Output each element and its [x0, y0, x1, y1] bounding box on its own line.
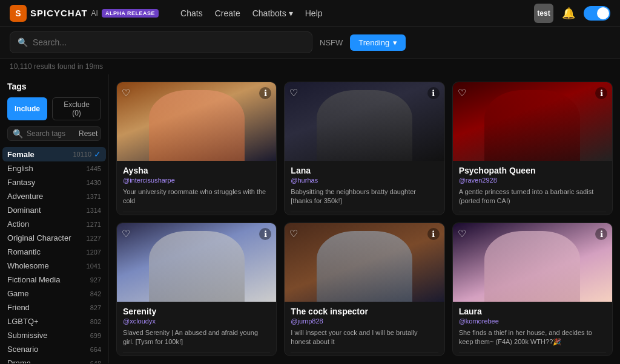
tag-name: Fantasy: [7, 178, 35, 187]
tag-name: Female: [7, 150, 35, 159]
card-description: I will inspect your cock and I will be b…: [291, 328, 438, 348]
tag-count: 1430: [87, 179, 101, 186]
sidebar-tag-lgbtq+[interactable]: LGBTQ+ 802: [7, 314, 101, 328]
card-description: A gentle princess turned into a barbaric…: [459, 187, 606, 207]
card-body: Psychopath Queen @raven2928 A gentle pri…: [453, 161, 612, 215]
user-avatar[interactable]: test: [534, 4, 553, 23]
tag-name: Scenario: [7, 345, 38, 354]
heart-button[interactable]: ♡: [458, 87, 466, 99]
top-navigation: S SPICYCHAT AI ALPHA RELEASE Chats Creat…: [0, 0, 620, 27]
card-body: Aysha @intercisusharpe Your university r…: [117, 161, 276, 215]
heart-button[interactable]: ♡: [122, 228, 130, 239]
card-serenity[interactable]: ♡ ℹ Serenity @xcloudyx Slaved Serenity |…: [116, 223, 277, 356]
card-the-cock-inspector[interactable]: ♡ ℹ The cock inspector @jump828 I will i…: [284, 223, 444, 356]
character-shape: [149, 231, 245, 302]
heart-button[interactable]: ♡: [289, 87, 298, 99]
trending-button[interactable]: Trending ▾: [350, 34, 406, 51]
reset-link[interactable]: Reset: [79, 129, 97, 138]
card-footer: ✉ 195.8k 👤 83% ⋮: [123, 212, 270, 215]
tag-count: 664: [90, 346, 101, 353]
card-footer: ✉ 206.3k 👤 76% ⋮: [459, 212, 606, 215]
main-layout: Tags Include Exclude (0) 🔍 Reset Female …: [0, 74, 620, 363]
nav-help[interactable]: Help: [305, 8, 323, 18]
include-button[interactable]: Include: [7, 97, 47, 120]
sidebar-tag-female[interactable]: Female 10110 ✓: [2, 147, 106, 161]
card-description: She finds a thief in her house, and deci…: [459, 328, 606, 348]
card-footer: ✉ 483.4k 👤 61% ⋮: [291, 212, 438, 215]
card-author: @xcloudyx: [123, 317, 270, 325]
search-tags-input[interactable]: [27, 129, 75, 138]
nav-chatbots[interactable]: Chatbots ▾: [252, 8, 293, 18]
sidebar-tag-romantic[interactable]: Romantic 1207: [7, 245, 101, 259]
card-footer: ✉ 40.4k 👤 48% ⋮: [291, 353, 438, 356]
nav-links: Chats Create Chatbots ▾ Help: [180, 8, 322, 18]
card-author: @jump828: [291, 317, 438, 325]
card-description: Babysitting the neighbours bratty daught…: [291, 187, 438, 207]
tag-count: 927: [90, 276, 101, 284]
sidebar-tag-fantasy[interactable]: Fantasy 1430: [7, 175, 101, 189]
logo-text: SPICYCHAT: [30, 8, 88, 18]
bell-icon[interactable]: 🔔: [562, 7, 575, 20]
sidebar-tag-drama[interactable]: Drama 648: [7, 356, 101, 363]
sidebar-tag-adventure[interactable]: Adventure 1371: [7, 189, 101, 203]
info-button[interactable]: ℹ: [427, 228, 440, 240]
nav-right: test 🔔: [534, 4, 610, 23]
info-button[interactable]: ℹ: [595, 87, 607, 99]
character-shape: [149, 90, 245, 161]
tag-count: 1207: [87, 249, 101, 256]
alpha-badge: ALPHA RELEASE: [102, 9, 159, 18]
heart-button[interactable]: ♡: [458, 228, 466, 239]
card-author: @hurhas: [291, 177, 438, 184]
card-image: ♡ ℹ: [453, 223, 612, 302]
heart-button[interactable]: ♡: [122, 87, 130, 99]
tag-count: 1445: [87, 165, 101, 172]
tag-name: LGBTQ+: [7, 317, 39, 326]
sidebar-tag-submissive[interactable]: Submissive 699: [7, 328, 101, 342]
logo-area: S SPICYCHAT AI ALPHA RELEASE: [10, 5, 159, 22]
card-psychopath-queen[interactable]: ♡ ℹ Psychopath Queen @raven2928 A gentle…: [452, 82, 613, 215]
heart-button[interactable]: ♡: [289, 228, 298, 239]
sidebar-tag-english[interactable]: English 1445: [7, 161, 101, 175]
character-shape: [317, 231, 412, 302]
nsfw-toggle[interactable]: [584, 6, 610, 21]
character-shape: [484, 231, 580, 302]
searchbar-row: 🔍 NSFW Trending ▾: [0, 27, 620, 59]
sidebar-tag-scenario[interactable]: Scenario 664: [7, 342, 101, 356]
sidebar-tag-game[interactable]: Game 842: [7, 287, 101, 301]
nav-create[interactable]: Create: [215, 8, 240, 18]
sidebar-tag-friend[interactable]: Friend 827: [7, 301, 101, 314]
search-input[interactable]: [33, 37, 305, 47]
check-icon: ✓: [94, 149, 101, 159]
character-shape: [484, 90, 580, 161]
sidebar-tag-original-character[interactable]: Original Character 1227: [7, 231, 101, 245]
card-body: Lana @hurhas Babysitting the neighbours …: [285, 161, 444, 215]
sidebar-tag-wholesome[interactable]: Wholesome 1041: [7, 259, 101, 273]
tags-list: Female 10110 ✓ English 1445 Fantasy 1430…: [7, 147, 101, 363]
card-lana[interactable]: ♡ ℹ Lana @hurhas Babysitting the neighbo…: [284, 82, 444, 215]
info-button[interactable]: ℹ: [595, 228, 607, 240]
tag-count: 1271: [87, 221, 101, 228]
results-info: 10,110 results found in 19ms: [0, 59, 620, 74]
tag-count: 648: [90, 360, 101, 364]
sidebar-tag-fictional-media[interactable]: Fictional Media 927: [7, 273, 101, 287]
nav-chats[interactable]: Chats: [180, 8, 203, 18]
tag-count: 1041: [87, 262, 101, 270]
tag-count: 1314: [87, 207, 101, 214]
info-button[interactable]: ℹ: [259, 228, 271, 240]
info-button[interactable]: ℹ: [259, 87, 271, 99]
tag-name: Dominant: [7, 206, 41, 215]
exclude-button[interactable]: Exclude (0): [52, 97, 101, 120]
tag-count: 1371: [87, 193, 101, 200]
card-laura[interactable]: ♡ ℹ Laura @komorebee She finds a thief i…: [452, 223, 613, 356]
trending-label: Trending: [358, 38, 389, 47]
ai-label: AI: [91, 9, 98, 18]
card-body: Laura @komorebee She finds a thief in he…: [453, 302, 612, 356]
search-input-wrap: 🔍: [10, 31, 312, 53]
sidebar-tag-action[interactable]: Action 1271: [7, 217, 101, 231]
info-button[interactable]: ℹ: [427, 87, 440, 99]
sidebar-tag-dominant[interactable]: Dominant 1314: [7, 203, 101, 217]
card-aysha[interactable]: ♡ ℹ Aysha @intercisusharpe Your universi…: [116, 82, 277, 215]
card-body: Serenity @xcloudyx Slaved Serenity | An …: [117, 302, 276, 356]
tag-count: 842: [90, 290, 101, 297]
tag-count: 10110: [73, 151, 91, 158]
